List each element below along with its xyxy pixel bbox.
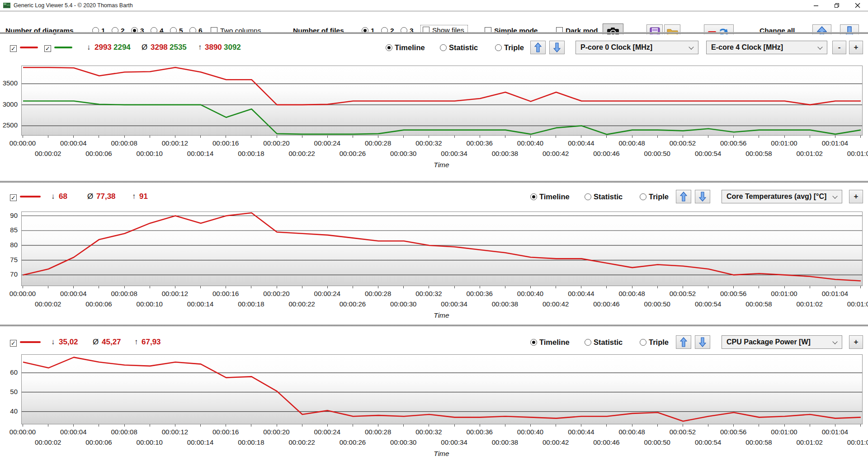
x-tick-label: 00:00:38 xyxy=(480,150,530,157)
max-icon: ↑ xyxy=(198,41,202,54)
x-tick-mark xyxy=(353,286,353,288)
series-line xyxy=(23,213,861,281)
stat-min: 68 xyxy=(59,190,67,203)
x-tick-mark xyxy=(403,286,404,288)
signal-dropdown[interactable]: Core Temperatures (avg) [°C] xyxy=(722,190,842,203)
series-red-swatch xyxy=(20,47,38,48)
x-tick-mark xyxy=(581,286,581,288)
add-signal-button[interactable]: + xyxy=(849,41,863,54)
timeline-plot-power[interactable] xyxy=(21,354,863,424)
x-tick-label: 00:00:00 xyxy=(0,290,47,297)
series-green-checkbox[interactable]: ✓ xyxy=(44,43,54,52)
panel-move-down-button[interactable] xyxy=(695,335,710,349)
x-tick-mark xyxy=(302,286,302,288)
stat-min-green: 2294 xyxy=(113,41,131,54)
series-red-checkbox[interactable]: ✓ xyxy=(10,193,19,201)
minimize-button[interactable] xyxy=(806,0,826,11)
triple-radio[interactable]: Triple xyxy=(495,41,524,54)
signal-dropdown-1[interactable]: P-core 0 Clock [MHz] xyxy=(576,41,698,54)
panel-move-up-button[interactable] xyxy=(530,41,546,54)
x-tick-mark xyxy=(480,136,480,138)
x-tick-label: 00:00:50 xyxy=(632,150,682,157)
y-tick-label: 70 xyxy=(0,270,18,278)
min-icon: ↓ xyxy=(51,190,55,203)
y-tick-label: 50 xyxy=(0,388,18,395)
timeline-plot-temperatures[interactable] xyxy=(21,212,863,286)
x-tick-label: 00:00:32 xyxy=(404,139,453,147)
close-button[interactable] xyxy=(847,0,868,11)
x-tick-mark xyxy=(99,286,99,288)
restore-button[interactable] xyxy=(826,0,847,11)
x-tick-mark xyxy=(251,424,251,427)
x-tick-label: 00:00:20 xyxy=(252,139,302,147)
x-tick-label: 00:00:16 xyxy=(201,428,250,436)
timeline-radio[interactable]: Timeline xyxy=(386,41,425,54)
x-tick-mark xyxy=(175,136,175,138)
titlebar: Generic Log Viewer 5.4 - © 2020 Thomas B… xyxy=(0,0,868,11)
x-tick-label: 00:00:22 xyxy=(277,300,327,308)
x-tick-mark xyxy=(556,286,556,288)
x-tick-mark xyxy=(835,424,835,427)
x-tick-mark xyxy=(810,286,810,288)
x-tick-mark xyxy=(378,286,378,288)
timeline-radio[interactable]: Timeline xyxy=(530,190,570,203)
min-icon: ↓ xyxy=(51,335,55,349)
x-tick-mark xyxy=(733,286,734,288)
panel-move-up-button[interactable] xyxy=(676,335,691,349)
x-tick-mark xyxy=(403,424,404,427)
triple-radio[interactable]: Triple xyxy=(640,190,669,203)
x-tick-mark xyxy=(708,136,708,138)
x-tick-mark xyxy=(251,136,251,138)
chart-canvas xyxy=(22,212,862,286)
x-tick-mark xyxy=(23,136,23,138)
x-tick-mark xyxy=(353,136,353,138)
x-tick-mark xyxy=(302,136,302,138)
statistic-radio[interactable]: Statistic xyxy=(440,41,478,54)
y-tick-label: 3500 xyxy=(0,79,18,87)
signal-dropdown[interactable]: CPU Package Power [W] xyxy=(722,335,842,349)
avg-icon: Ø xyxy=(93,335,99,349)
x-tick-mark xyxy=(429,136,429,138)
x-tick-mark xyxy=(327,136,328,138)
x-tick-mark xyxy=(810,424,810,427)
y-tick-label: 90 xyxy=(0,212,18,219)
add-signal-button[interactable]: + xyxy=(849,335,863,349)
x-tick-label: 00:00:14 xyxy=(175,438,225,446)
chart-panel-temperatures: ✓ ↓ 68 Ø 77,38 ↑ 91 Timeline Statistic T… xyxy=(0,183,868,324)
add-signal-button[interactable]: + xyxy=(849,190,863,203)
statistic-radio[interactable]: Statistic xyxy=(585,335,623,349)
x-tick-mark xyxy=(403,136,404,138)
x-tick-label: 00:00:18 xyxy=(226,300,276,308)
x-tick-mark xyxy=(708,286,708,288)
panel-move-down-button[interactable] xyxy=(695,190,710,203)
x-tick-label: 00:00:30 xyxy=(378,300,428,308)
timeline-plot-clocks[interactable] xyxy=(21,66,863,136)
x-tick-mark xyxy=(302,424,302,427)
series-red-checkbox[interactable]: ✓ xyxy=(10,338,19,347)
triple-radio[interactable]: Triple xyxy=(640,335,669,349)
up-arrow-icon xyxy=(680,192,687,202)
remove-signal-button[interactable]: - xyxy=(832,41,846,54)
x-tick-label: 00:00:14 xyxy=(175,150,225,157)
x-tick-label: 00:00:02 xyxy=(23,438,73,446)
x-tick-label: 00:00:38 xyxy=(480,438,530,446)
minimize-icon xyxy=(813,3,819,8)
panel-move-up-button[interactable] xyxy=(676,190,691,203)
x-tick-mark xyxy=(200,136,201,138)
x-tick-label: 00:00:38 xyxy=(480,300,530,308)
chart-canvas xyxy=(22,355,862,424)
statistic-radio[interactable]: Statistic xyxy=(585,190,623,203)
x-tick-label: 00:00:42 xyxy=(531,150,580,157)
series-red-checkbox[interactable]: ✓ xyxy=(10,43,19,52)
timeline-radio[interactable]: Timeline xyxy=(530,335,570,349)
signal-dropdown-2[interactable]: E-core 4 Clock [MHz] xyxy=(706,41,827,54)
panel-move-down-button[interactable] xyxy=(549,41,565,54)
x-tick-mark xyxy=(733,424,734,427)
stat-max: 91 xyxy=(139,190,148,203)
x-tick-mark xyxy=(505,136,505,138)
x-tick-label: 00:00:08 xyxy=(99,139,149,147)
x-tick-mark xyxy=(454,286,455,288)
x-tick-label: 00:00:44 xyxy=(556,428,606,436)
x-tick-label: 00:01:04 xyxy=(810,139,860,147)
chart-panel-power: ✓ ↓ 35,02 Ø 45,27 ↑ 67,93 Timeline Stati… xyxy=(0,326,868,470)
